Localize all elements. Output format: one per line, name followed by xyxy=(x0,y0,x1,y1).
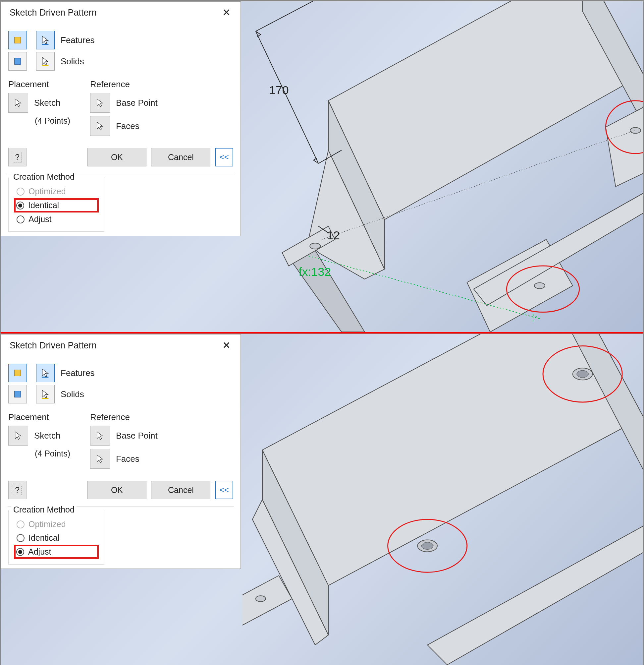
close-button[interactable]: ✕ xyxy=(219,339,234,352)
placement-reference: Placement Sketch (4 Points) Reference xyxy=(1,76,240,144)
body-blue-icon xyxy=(13,57,22,66)
mode-selectors: Features Solids xyxy=(1,23,240,76)
radio-adjust[interactable]: Adjust xyxy=(14,545,99,559)
solids-select-button[interactable] xyxy=(36,52,55,71)
dialog-sketch-driven-pattern-bottom: Sketch Driven Pattern ✕ xyxy=(1,334,241,569)
help-button[interactable]: ? xyxy=(8,481,26,499)
placement-section: Placement Sketch (4 Points) xyxy=(8,79,70,139)
points-count: (4 Points) xyxy=(8,116,70,126)
viewport-top[interactable]: 170 12 fx:132 xyxy=(242,1,643,332)
pattern-feature-mode-button[interactable] xyxy=(8,364,27,382)
reference-section: Reference Base Point Faces xyxy=(90,79,158,139)
feature-yellow-icon xyxy=(13,368,22,378)
help-icon: ? xyxy=(13,152,22,163)
reference-section: Reference Base Point Faces xyxy=(90,412,158,472)
svg-marker-10 xyxy=(606,108,643,187)
radio-identical[interactable]: Identical xyxy=(15,531,97,545)
points-count: (4 Points) xyxy=(8,449,70,458)
faces-label: Faces xyxy=(116,121,139,131)
placement-title: Placement xyxy=(8,412,70,422)
dim-12: 12 xyxy=(327,229,340,242)
sketch-select-button[interactable] xyxy=(8,93,28,113)
cursor-icon xyxy=(41,390,50,399)
help-button[interactable]: ? xyxy=(8,148,26,166)
solids-select-button[interactable] xyxy=(36,385,55,403)
faces-select-button[interactable] xyxy=(90,449,110,469)
pattern-feature-mode-button[interactable] xyxy=(8,31,27,50)
placement-reference: Placement Sketch (4 Points) Reference xyxy=(1,409,240,477)
cursor-icon xyxy=(95,431,105,440)
svg-rect-0 xyxy=(15,37,21,43)
top-panel: Sketch Driven Pattern ✕ xyxy=(1,1,643,332)
creation-method-group: Creation Method Optimized Identical Adju… xyxy=(8,177,104,232)
svg-line-16 xyxy=(256,31,318,164)
faces-label: Faces xyxy=(116,454,139,464)
cursor-icon xyxy=(95,454,105,463)
creation-method-group: Creation Method Optimized Identical Adju… xyxy=(8,510,104,565)
cancel-button[interactable]: Cancel xyxy=(151,481,210,499)
reference-title: Reference xyxy=(90,412,158,422)
svg-rect-1 xyxy=(15,58,21,65)
faces-select-button[interactable] xyxy=(90,116,110,136)
basepoint-label: Base Point xyxy=(116,431,158,441)
solids-label: Solids xyxy=(61,56,84,66)
bottom-panel: Sketch Driven Pattern ✕ xyxy=(1,334,643,665)
basepoint-select-button[interactable] xyxy=(90,426,110,445)
pattern-body-mode-button[interactable] xyxy=(8,52,27,71)
basepoint-select-button[interactable] xyxy=(90,93,110,113)
help-icon: ? xyxy=(13,484,22,495)
features-select-button[interactable] xyxy=(36,364,55,382)
collapse-button[interactable]: << xyxy=(215,148,233,166)
dialog-titlebar: Sketch Driven Pattern ✕ xyxy=(1,2,240,23)
dialog-sketch-driven-pattern-top: Sketch Driven Pattern ✕ xyxy=(1,1,241,236)
svg-rect-25 xyxy=(15,391,21,398)
creation-title: Creation Method xyxy=(11,172,77,182)
comparison-container: Sketch Driven Pattern ✕ xyxy=(0,0,644,665)
svg-point-13 xyxy=(310,243,320,249)
svg-point-39 xyxy=(256,596,266,602)
mode-selectors: Features Solids xyxy=(1,356,240,409)
svg-line-17 xyxy=(256,1,381,31)
dim-fx132: fx:132 xyxy=(298,265,331,279)
creation-title: Creation Method xyxy=(11,505,77,514)
sketch-label: Sketch xyxy=(34,431,61,441)
reference-title: Reference xyxy=(90,79,158,90)
cursor-icon xyxy=(14,98,23,108)
cancel-button[interactable]: Cancel xyxy=(151,148,210,166)
dialog-title: Sketch Driven Pattern xyxy=(9,340,97,351)
dialog-titlebar: Sketch Driven Pattern ✕ xyxy=(1,335,240,356)
placement-title: Placement xyxy=(8,79,70,90)
ok-button[interactable]: OK xyxy=(87,481,147,499)
collapse-button[interactable]: << xyxy=(215,481,233,499)
features-select-button[interactable] xyxy=(36,31,55,50)
svg-point-38 xyxy=(577,370,589,378)
pattern-body-mode-button[interactable] xyxy=(8,385,27,403)
cursor-icon xyxy=(95,121,105,131)
basepoint-label: Base Point xyxy=(116,98,158,108)
radio-adjust[interactable]: Adjust xyxy=(15,212,97,226)
close-button[interactable]: ✕ xyxy=(219,6,234,19)
radio-identical[interactable]: Identical xyxy=(14,198,99,212)
svg-point-15 xyxy=(630,127,641,133)
svg-point-36 xyxy=(422,542,433,550)
dialog-buttons: ? OK Cancel << xyxy=(1,144,240,172)
dialog-buttons: ? OK Cancel << xyxy=(1,477,240,505)
sketch-select-button[interactable] xyxy=(8,426,28,445)
radio-optimized: Optimized xyxy=(15,517,97,531)
dim-170: 170 xyxy=(269,83,289,97)
svg-marker-34 xyxy=(427,526,643,665)
svg-rect-24 xyxy=(15,370,21,376)
cursor-icon xyxy=(95,98,105,108)
cursor-icon xyxy=(14,431,23,440)
viewport-bottom[interactable] xyxy=(242,334,643,665)
placement-section: Placement Sketch (4 Points) xyxy=(8,412,70,472)
feature-yellow-icon xyxy=(13,36,22,45)
features-label: Features xyxy=(61,35,95,45)
body-blue-icon xyxy=(13,390,22,399)
features-label: Features xyxy=(61,368,95,378)
ok-button[interactable]: OK xyxy=(87,148,147,166)
sketch-label: Sketch xyxy=(34,98,61,108)
cursor-icon xyxy=(41,57,50,66)
dialog-title: Sketch Driven Pattern xyxy=(9,7,97,18)
radio-optimized: Optimized xyxy=(15,185,97,198)
